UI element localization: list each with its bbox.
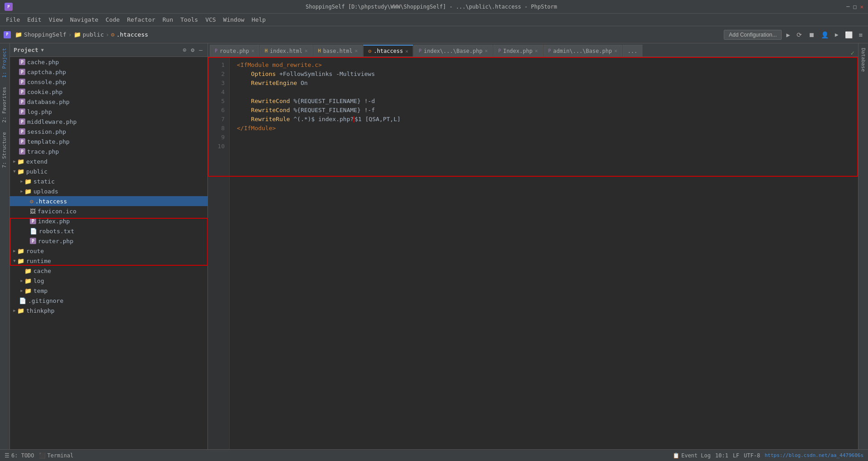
- panel-settings-icon[interactable]: ⚙: [189, 46, 196, 54]
- tree-item-trace-php[interactable]: P trace.php: [10, 146, 208, 156]
- menu-refactor[interactable]: Refactor: [123, 15, 159, 24]
- project-tree[interactable]: P cache.php P captcha.php P console.php …: [10, 57, 208, 449]
- checkmark-icon: ✓: [851, 49, 854, 56]
- menu-tools[interactable]: Tools: [177, 15, 202, 24]
- tree-item-cache[interactable]: 📁 cache: [10, 266, 208, 276]
- php-icon: P: [19, 89, 25, 95]
- panel-dropdown-icon[interactable]: ▼: [41, 47, 44, 52]
- coverage-icon[interactable]: ▶: [833, 30, 840, 39]
- tree-item-cache-php[interactable]: P cache.php: [10, 57, 208, 67]
- php-tab-icon-4: P: [548, 48, 551, 53]
- menu-help[interactable]: Help: [248, 15, 269, 24]
- tree-item-log[interactable]: ▶ 📁 log: [10, 276, 208, 286]
- menu-navigate[interactable]: Navigate: [66, 15, 102, 24]
- tree-label: cache.php: [27, 59, 59, 66]
- tab-htaccess[interactable]: ⚙ .htaccess ✕: [363, 45, 413, 56]
- tree-item-route[interactable]: ▶ 📁 route: [10, 246, 208, 256]
- tree-item-thinkphp[interactable]: ▶ 📁 thinkphp: [10, 306, 208, 315]
- tree-item-index-php[interactable]: P index.php: [10, 216, 208, 226]
- breadcrumb-file[interactable]: .htaccess: [116, 31, 148, 38]
- tab-more[interactable]: ...: [623, 45, 642, 56]
- tree-label: robots.txt: [39, 228, 74, 235]
- rerun-icon[interactable]: ⟳: [795, 30, 804, 39]
- line-ending[interactable]: LF: [733, 452, 739, 459]
- tab-close-admin-base[interactable]: ✕: [614, 48, 618, 54]
- menu-vcs[interactable]: VCS: [202, 15, 219, 24]
- php-icon: P: [19, 118, 25, 125]
- tab-admin-base-php[interactable]: P admin\...\Base.php ✕: [543, 45, 623, 56]
- code-line-3: RewriteEngine On: [237, 79, 851, 88]
- tree-label: console.php: [27, 79, 66, 85]
- tab-close-base-html[interactable]: ✕: [355, 48, 358, 54]
- sidebar-tab-project[interactable]: 1: Project: [0, 43, 9, 82]
- stop-icon[interactable]: ⏹: [807, 30, 816, 39]
- tab-label: admin\...\Base.php: [553, 48, 612, 54]
- tree-item-static[interactable]: ▶ 📁 static: [10, 176, 208, 186]
- encoding[interactable]: UTF-8: [744, 452, 760, 459]
- menu-view[interactable]: View: [45, 15, 66, 24]
- profile-icon[interactable]: 👤: [819, 30, 830, 39]
- window-controls[interactable]: ─ □ ✕: [846, 4, 863, 10]
- php-icon: P: [19, 128, 25, 135]
- sidebar-tab-database[interactable]: Database: [859, 43, 868, 76]
- tab-close-index-php[interactable]: ✕: [535, 48, 538, 54]
- sidebar-tab-favorites[interactable]: 2: Favorites: [0, 82, 9, 127]
- run-icon[interactable]: ▶: [784, 30, 792, 39]
- menu-code[interactable]: Code: [102, 15, 123, 24]
- tree-item-console-php[interactable]: P console.php: [10, 77, 208, 87]
- menu-window[interactable]: Window: [220, 15, 248, 24]
- menu-file[interactable]: File: [2, 15, 24, 24]
- tab-close-base-php[interactable]: ✕: [485, 48, 488, 54]
- tab-close-index-html[interactable]: ✕: [305, 48, 308, 54]
- tree-label: .htaccess: [35, 198, 67, 205]
- minimize-button[interactable]: ─: [846, 4, 849, 10]
- tab-index-html[interactable]: H index.html ✕: [260, 45, 313, 56]
- menu-edit[interactable]: Edit: [24, 15, 45, 24]
- tree-item-gitignore[interactable]: 📄 .gitignore: [10, 296, 208, 306]
- tree-item-extend[interactable]: ▶ 📁 extend: [10, 156, 208, 166]
- tab-base-html[interactable]: H base.html ✕: [313, 45, 363, 56]
- menu-icon[interactable]: ≡: [857, 30, 864, 39]
- tree-label: public: [26, 168, 47, 175]
- tab-close-route[interactable]: ✕: [251, 48, 255, 54]
- tree-item-database-php[interactable]: P database.php: [10, 97, 208, 107]
- event-log-button[interactable]: 📋 Event Log: [673, 452, 711, 459]
- sidebar-tab-structure[interactable]: 7: Structure: [0, 127, 9, 172]
- todo-button[interactable]: ☰ 6: TODO: [5, 452, 34, 459]
- tree-item-cookie-php[interactable]: P cookie.php: [10, 87, 208, 97]
- tab-base-php[interactable]: P index\...\Base.php ✕: [414, 45, 493, 56]
- tab-route-php[interactable]: P route.php ✕: [210, 45, 259, 56]
- panel-hide-icon[interactable]: —: [198, 46, 204, 54]
- folder-icon: 📁: [24, 188, 32, 195]
- status-right: 📋 Event Log 10:1 LF UTF-8 https://blog.c…: [673, 452, 863, 459]
- expand-arrow: ▶: [12, 159, 17, 164]
- menu-run[interactable]: Run: [159, 15, 177, 24]
- tree-item-favicon[interactable]: 🖼 favicon.ico: [10, 206, 208, 216]
- tree-item-middleware-php[interactable]: P middleware.php: [10, 117, 208, 127]
- code-area[interactable]: <IfModule mod_rewrite.c> Options +Follow…: [230, 57, 858, 449]
- tree-item-htaccess[interactable]: ⚙ .htaccess: [10, 196, 208, 206]
- tab-index-php[interactable]: P Index.php ✕: [493, 45, 543, 56]
- tree-item-captcha-php[interactable]: P captcha.php: [10, 67, 208, 77]
- tab-close-htaccess[interactable]: ✕: [406, 48, 409, 54]
- tree-item-log-php[interactable]: P log.php: [10, 107, 208, 117]
- terminal-button[interactable]: ⬛ Terminal: [39, 452, 74, 459]
- close-button[interactable]: ✕: [860, 4, 863, 10]
- layout-icon[interactable]: ⬜: [843, 30, 854, 39]
- maximize-button[interactable]: □: [854, 4, 857, 10]
- tree-item-robots-txt[interactable]: 📄 robots.txt: [10, 226, 208, 236]
- add-configuration-button[interactable]: Add Configuration...: [724, 30, 782, 40]
- tree-item-template-php[interactable]: P template.php: [10, 136, 208, 146]
- tree-item-session-php[interactable]: P session.php: [10, 127, 208, 136]
- tree-item-uploads[interactable]: ▶ 📁 uploads: [10, 186, 208, 196]
- breadcrumb-public[interactable]: public: [83, 31, 104, 38]
- tree-item-router-php[interactable]: P router.php: [10, 236, 208, 246]
- tree-label: temp: [33, 287, 47, 294]
- tree-item-temp[interactable]: ▶ 📁 temp: [10, 286, 208, 296]
- panel-scope-icon[interactable]: ⊙: [182, 46, 188, 54]
- line-num-3: 3: [208, 79, 225, 88]
- tree-item-runtime[interactable]: ▼ 📁 runtime: [10, 256, 208, 266]
- tab-label: .htaccess: [374, 48, 403, 54]
- breadcrumb-project[interactable]: ShoppingSelf: [24, 31, 66, 38]
- tree-item-public[interactable]: ▼ 📁 public: [10, 166, 208, 176]
